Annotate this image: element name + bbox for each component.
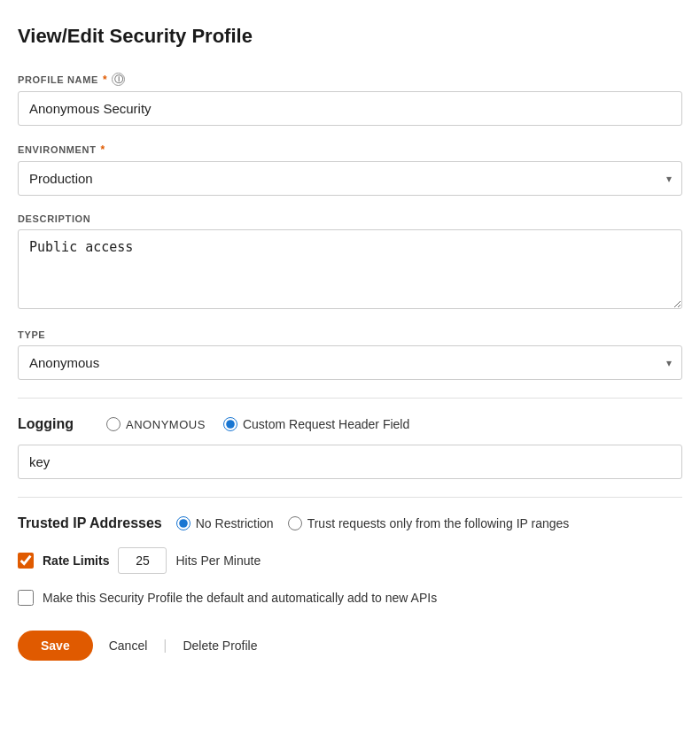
description-label: DESCRIPTION (18, 213, 682, 224)
logging-custom-label: Custom Request Header Field (243, 417, 409, 431)
trust-ranges-radio[interactable] (288, 516, 302, 530)
required-indicator: * (103, 74, 107, 86)
logging-anonymous-label: ANONYMOUS (126, 418, 206, 431)
cancel-button[interactable]: Cancel (109, 639, 148, 653)
trusted-ip-row: Trusted IP Addresses No Restriction Trus… (18, 515, 682, 531)
divider-1 (18, 398, 682, 399)
rate-limits-checkbox-wrapper (18, 553, 34, 569)
default-profile-row: Make this Security Profile the default a… (18, 590, 682, 606)
default-profile-label[interactable]: Make this Security Profile the default a… (43, 591, 437, 605)
no-restriction-option[interactable]: No Restriction (176, 516, 274, 530)
no-restriction-radio[interactable] (176, 516, 191, 530)
type-label: TYPE (18, 329, 682, 340)
description-group: DESCRIPTION Public access (18, 213, 682, 312)
trusted-ip-label: Trusted IP Addresses (18, 515, 162, 531)
rate-limits-unit: Hits Per Minute (175, 553, 261, 568)
page-container: View/Edit Security Profile PROFILE NAME … (0, 0, 700, 743)
pipe-separator: | (163, 638, 167, 654)
logging-custom-radio[interactable] (223, 417, 237, 431)
environment-label: ENVIRONMENT * (18, 143, 682, 156)
profile-name-input[interactable] (18, 91, 682, 126)
logging-group: Logging ANONYMOUS Custom Request Header … (18, 416, 682, 479)
environment-select-wrapper: Production Staging Development ▾ (18, 161, 682, 196)
divider-2 (18, 497, 682, 498)
no-restriction-label: No Restriction (196, 516, 274, 530)
profile-name-info-icon[interactable]: ⓘ (112, 73, 125, 86)
profile-name-group: PROFILE NAME * ⓘ (18, 73, 682, 126)
logging-row: Logging ANONYMOUS Custom Request Header … (18, 416, 682, 432)
page-title: View/Edit Security Profile (18, 25, 682, 48)
environment-select[interactable]: Production Staging Development (18, 161, 682, 196)
logging-custom-option[interactable]: Custom Request Header Field (223, 417, 409, 431)
type-select[interactable]: Anonymous Basic OAuth (18, 345, 682, 380)
rate-limits-value-input[interactable] (118, 547, 167, 574)
logging-key-input[interactable] (18, 445, 682, 479)
type-select-wrapper: Anonymous Basic OAuth ▾ (18, 345, 682, 380)
rate-limits-row: Rate Limits Hits Per Minute (18, 547, 682, 574)
environment-group: ENVIRONMENT * Production Staging Develop… (18, 143, 682, 196)
logging-label: Logging (18, 416, 89, 432)
trust-ranges-label: Trust requests only from the following I… (307, 516, 570, 530)
logging-anonymous-radio[interactable] (106, 417, 121, 431)
delete-profile-button[interactable]: Delete Profile (183, 639, 257, 653)
type-group: TYPE Anonymous Basic OAuth ▾ (18, 329, 682, 380)
rate-limits-label[interactable]: Rate Limits (43, 553, 109, 568)
save-button[interactable]: Save (18, 631, 93, 661)
actions-row: Save Cancel | Delete Profile (18, 631, 682, 661)
logging-anonymous-option[interactable]: ANONYMOUS (106, 417, 206, 431)
profile-name-label: PROFILE NAME * ⓘ (18, 73, 682, 86)
trust-ranges-option[interactable]: Trust requests only from the following I… (288, 516, 570, 530)
description-input[interactable]: Public access (18, 229, 682, 309)
default-profile-checkbox[interactable] (18, 590, 34, 606)
rate-limits-checkbox[interactable] (18, 553, 34, 569)
env-required-indicator: * (101, 143, 105, 156)
